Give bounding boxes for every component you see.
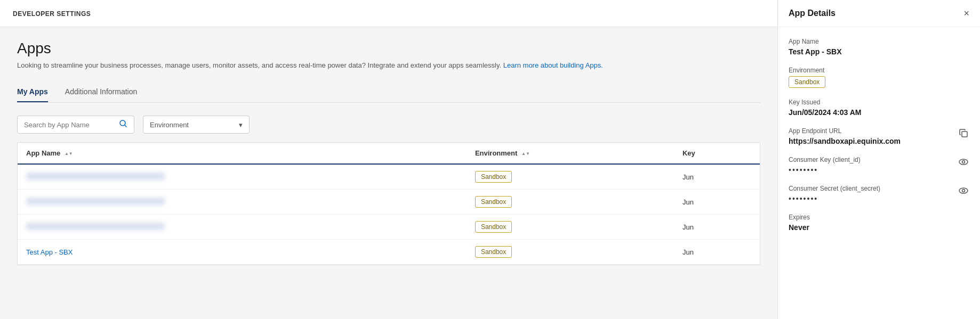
app-name-value: Test App - SBX — [789, 47, 969, 56]
cell-key: Jun — [674, 164, 760, 190]
cell-environment: Sandbox — [467, 240, 674, 265]
svg-rect-2 — [962, 132, 967, 137]
table-row: Sandbox Jun — [18, 164, 760, 190]
sandbox-badge: Sandbox — [475, 196, 512, 208]
sort-icon-app-name[interactable]: ▲▼ — [65, 151, 73, 156]
table-row: Sandbox Jun — [18, 190, 760, 215]
app-name-label: App Name — [789, 38, 969, 45]
environment-dropdown-label: Environment — [150, 121, 189, 129]
side-panel-header: App Details × — [778, 0, 980, 27]
search-input[interactable] — [24, 121, 117, 129]
detail-environment: Environment Sandbox — [789, 67, 969, 88]
col-key: Key — [674, 143, 760, 164]
svg-point-6 — [962, 190, 965, 192]
endpoint-url-label: App Endpoint URL — [789, 127, 901, 135]
search-box[interactable] — [17, 116, 134, 134]
detail-consumer-key: Consumer Key (client_id) •••••••• — [789, 156, 969, 174]
dev-settings-title: DEVELOPER SETTINGS — [13, 10, 91, 18]
filters-row: Environment ▾ — [17, 116, 760, 134]
learn-more-link[interactable]: Learn more about building Apps. — [503, 61, 603, 69]
consumer-secret-value: •••••••• — [789, 194, 880, 203]
consumer-secret-label: Consumer Secret (client_secret) — [789, 185, 880, 192]
eye-icon-consumer-key[interactable] — [958, 156, 969, 170]
dev-settings-header: DEVELOPER SETTINGS — [0, 0, 777, 27]
tab-my-apps[interactable]: My Apps — [17, 82, 48, 102]
col-environment: Environment ▲▼ — [467, 143, 674, 164]
consumer-key-value: •••••••• — [789, 166, 861, 174]
endpoint-url-value: https://sandboxapi.equinix.com — [789, 137, 901, 145]
environment-dropdown[interactable]: Environment ▾ — [143, 116, 250, 134]
sandbox-badge: Sandbox — [475, 171, 512, 183]
sandbox-badge: Sandbox — [475, 246, 512, 258]
sort-icon-environment[interactable]: ▲▼ — [521, 151, 530, 156]
side-panel-body: App Name Test App - SBX Environment Sand… — [778, 27, 980, 319]
search-icon — [119, 119, 127, 130]
tab-additional-information[interactable]: Additional Information — [65, 82, 137, 102]
detail-endpoint-url: App Endpoint URL https://sandboxapi.equi… — [789, 127, 969, 145]
key-issued-value: Jun/05/2024 4:03 AM — [789, 108, 969, 117]
blurred-app-name — [26, 223, 165, 230]
table-header-row: App Name ▲▼ Environment ▲▼ Key — [18, 143, 760, 164]
col-app-name: App Name ▲▼ — [18, 143, 467, 164]
cell-environment: Sandbox — [467, 164, 674, 190]
eye-icon-consumer-secret[interactable] — [958, 185, 969, 199]
cell-app-name: Test App - SBX — [18, 240, 467, 265]
chevron-down-icon: ▾ — [239, 121, 243, 129]
cell-app-name — [18, 215, 467, 240]
svg-point-4 — [962, 161, 965, 163]
apps-description: Looking to streamline your business proc… — [17, 61, 760, 69]
tabs-container: My Apps Additional Information — [17, 82, 760, 103]
blurred-app-name — [26, 173, 165, 180]
table-row: Test App - SBX Sandbox Jun — [18, 240, 760, 265]
cell-app-name — [18, 190, 467, 215]
table-row: Sandbox Jun — [18, 215, 760, 240]
consumer-key-label: Consumer Key (client_id) — [789, 156, 861, 163]
detail-expires: Expires Never — [789, 214, 969, 232]
copy-icon[interactable] — [958, 127, 969, 141]
key-issued-label: Key Issued — [789, 99, 969, 106]
cell-key: Jun — [674, 190, 760, 215]
cell-key: Jun — [674, 240, 760, 265]
apps-section: Apps Looking to streamline your business… — [0, 27, 777, 278]
blurred-app-name — [26, 198, 165, 205]
close-button[interactable]: × — [963, 9, 969, 18]
sandbox-badge: Sandbox — [475, 221, 512, 233]
svg-line-1 — [125, 125, 126, 127]
cell-environment: Sandbox — [467, 215, 674, 240]
environment-label: Environment — [789, 67, 969, 74]
apps-title: Apps — [17, 40, 760, 57]
detail-app-name: App Name Test App - SBX — [789, 38, 969, 56]
environment-badge: Sandbox — [789, 76, 825, 88]
detail-consumer-secret: Consumer Secret (client_secret) •••••••• — [789, 185, 969, 203]
side-panel-title: App Details — [789, 9, 836, 18]
app-name-link[interactable]: Test App - SBX — [26, 248, 73, 256]
cell-environment: Sandbox — [467, 190, 674, 215]
expires-value: Never — [789, 223, 969, 232]
svg-point-5 — [959, 188, 968, 193]
side-panel: App Details × App Name Test App - SBX En… — [777, 0, 980, 319]
cell-app-name — [18, 164, 467, 190]
apps-table: App Name ▲▼ Environment ▲▼ Key — [17, 142, 760, 265]
detail-key-issued: Key Issued Jun/05/2024 4:03 AM — [789, 99, 969, 117]
svg-point-3 — [959, 159, 968, 165]
expires-label: Expires — [789, 214, 969, 221]
cell-key: Jun — [674, 215, 760, 240]
